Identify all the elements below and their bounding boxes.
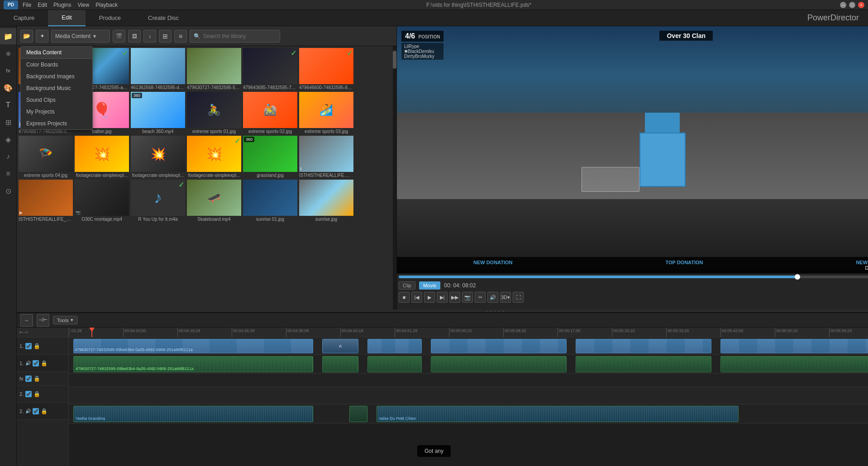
media-content-dropdown[interactable]: Media Content ▾ xyxy=(51,30,110,43)
audio-filter-button[interactable]: ♪ xyxy=(143,30,156,43)
list-item[interactable]: 360 grassland.jpg xyxy=(243,136,297,178)
play-button[interactable]: ▶ xyxy=(424,292,435,303)
list-item[interactable]: 🪂 extreme sports 04.jpg xyxy=(19,136,73,178)
tab-edit[interactable]: Edit xyxy=(48,10,85,26)
track-audio-music-1[interactable]: Yeeha Grandma xyxy=(73,406,313,422)
sidebar-icon-chapter[interactable]: ⊙ xyxy=(0,183,16,199)
sidebar-icon-paint[interactable]: 🎨 xyxy=(0,80,16,96)
track-clip[interactable]: 479630727-74832595-59be63b4-0a35-4992-b9… xyxy=(73,339,313,353)
lock-icon[interactable]: 🔒 xyxy=(33,343,40,349)
sidebar-icon-text[interactable]: T xyxy=(0,97,16,113)
track-audio-music-2[interactable]: Valse Du Petit Chien xyxy=(377,406,739,422)
track-audio-clip[interactable]: 479630727-74832595-59be63b4-0a35-4992-b9… xyxy=(73,356,313,372)
dropdown-item-background-music[interactable]: Background Music xyxy=(21,82,92,94)
audio-button[interactable]: 🔊 xyxy=(487,292,498,303)
list-item[interactable]: ✓ 479643685-74832595-7d... xyxy=(243,48,297,90)
image-filter-button[interactable]: 🖼 xyxy=(128,30,141,43)
track-fx-visibility[interactable] xyxy=(25,376,32,382)
sidebar-icon-plugin[interactable]: ⊕ xyxy=(0,45,16,62)
lock-icon[interactable]: 🔒 xyxy=(41,360,48,366)
list-item[interactable]: 🏄 extreme sports 03.jpg xyxy=(299,92,353,134)
sidebar-icon-chroma[interactable]: ◈ xyxy=(0,131,16,147)
list-view-button[interactable]: ≡ xyxy=(174,30,187,43)
list-item[interactable]: ℹ ISTHISTHEREALLIFE.mp4 xyxy=(299,136,353,178)
list-item[interactable]: 461362568-74832595-d9... xyxy=(131,48,185,90)
track-audio-clip-2[interactable] xyxy=(322,356,358,372)
list-item[interactable]: sunrise.jpg xyxy=(299,180,353,222)
menu-edit[interactable]: Edit xyxy=(38,2,47,8)
track-audio-clip-4[interactable] xyxy=(431,356,567,372)
sidebar-icon-folder[interactable]: 📁 xyxy=(0,28,16,44)
playhead[interactable] xyxy=(91,328,92,337)
track-audio-clip-3[interactable] xyxy=(367,356,422,372)
track-clip-5[interactable] xyxy=(720,339,868,353)
sidebar-icon-audio[interactable]: ♪ xyxy=(0,148,16,165)
track-audio-clip-6[interactable] xyxy=(720,356,868,372)
list-item[interactable]: ▶ ISTHISTHEREALLIFE_0.m... xyxy=(19,180,73,222)
menu-view[interactable]: View xyxy=(77,2,89,8)
list-item[interactable]: ✓ 479646600-74832595-88... xyxy=(299,48,353,90)
tab-produce[interactable]: Produce xyxy=(86,10,134,26)
dropdown-item-my-projects[interactable]: My Projects xyxy=(21,106,92,118)
3d-button[interactable]: 3D▾ xyxy=(500,292,511,303)
fullscreen-button[interactable]: ⛶ xyxy=(513,292,524,303)
dropdown-item-background-images[interactable]: Background Images xyxy=(21,71,92,82)
menu-plugins[interactable]: Plugins xyxy=(53,2,71,8)
tab-capture[interactable]: Capture xyxy=(0,10,48,26)
progress-thumb[interactable] xyxy=(795,274,800,280)
dropdown-item-color-boards[interactable]: Color Boards xyxy=(21,59,92,71)
lock-icon[interactable]: 🔒 xyxy=(33,391,40,397)
frame-forward-button[interactable]: ▶| xyxy=(437,292,448,303)
list-item[interactable]: 🚵 extreme sports 02.jpg xyxy=(243,92,297,134)
list-item[interactable]: ✓ ♪ R You Up for It.m4a xyxy=(131,180,185,222)
stop-button[interactable]: ■ xyxy=(399,292,410,303)
snapshot-button[interactable]: 📷 xyxy=(462,292,473,303)
dropdown-item-sound-clips[interactable]: Sound Clips xyxy=(21,94,92,106)
lock-icon[interactable]: 🔒 xyxy=(33,376,40,382)
list-item[interactable]: ✓ 💥 footagecrate-simpleexpl... xyxy=(187,136,241,178)
track-visibility-2[interactable] xyxy=(25,391,32,397)
tools-dropdown[interactable]: Tools ▾ xyxy=(53,316,77,324)
menu-playback[interactable]: Playback xyxy=(95,2,118,8)
fast-forward-button[interactable]: ▶▶ xyxy=(449,292,460,303)
menu-file[interactable]: File xyxy=(23,2,31,8)
track-clip-2[interactable] xyxy=(367,339,422,353)
maximize-button[interactable]: □ xyxy=(849,2,855,8)
list-item[interactable]: 💥 footagecrate-simpleexpl... xyxy=(131,136,185,178)
frame-back-button[interactable]: |◀ xyxy=(411,292,422,303)
magic-tool-button[interactable]: ✦ xyxy=(36,30,48,43)
search-input[interactable] xyxy=(203,33,276,39)
video-filter-button[interactable]: 🎬 xyxy=(113,30,125,43)
track-visibility-1[interactable] xyxy=(25,343,32,349)
sidebar-icon-pip[interactable]: ⊞ xyxy=(0,114,16,130)
lock-icon[interactable]: 🔒 xyxy=(41,408,48,414)
list-item[interactable]: 360 beach 360.mp4 xyxy=(131,92,185,134)
grid-view-button[interactable]: ⊞ xyxy=(159,30,172,43)
list-item[interactable]: 479630727-74832595-59... xyxy=(187,48,241,90)
sidebar-icon-subtitle[interactable]: ≡ xyxy=(0,166,16,182)
track-clip-transition[interactable]: A xyxy=(322,339,358,353)
list-item[interactable]: 📷 O30C montage.mp4 xyxy=(75,180,129,222)
list-item[interactable]: sunrise 01.jpg xyxy=(243,180,297,222)
close-button[interactable]: × xyxy=(858,2,864,8)
timeline-snap-btn[interactable]: ⊣⊢ xyxy=(37,314,49,327)
preview-progress-bar[interactable] xyxy=(399,276,868,278)
clip-button[interactable]: Clip xyxy=(399,281,415,290)
movie-button[interactable]: Movie xyxy=(419,281,440,290)
track-audio-visibility-1[interactable] xyxy=(33,360,39,366)
track-audio-visibility-2[interactable] xyxy=(33,408,39,414)
track-clip-3[interactable] xyxy=(431,339,567,353)
track-clip-4[interactable] xyxy=(576,339,711,353)
trim-button[interactable]: ✂ xyxy=(475,292,486,303)
zoom-control[interactable]: ⊢⊣ xyxy=(19,330,28,335)
timeline-tool-btn[interactable]: ↔ xyxy=(20,314,33,327)
list-item[interactable]: 🛹 Skateboard.mp4 xyxy=(187,180,241,222)
track-audio-clip-5[interactable] xyxy=(576,356,711,372)
list-item[interactable]: 💥 footagecrate-simpleexpl... xyxy=(75,136,129,178)
list-item[interactable]: 🚴 extreme sports 01.jpg xyxy=(187,92,241,134)
vertical-scrollbar[interactable] xyxy=(393,46,396,309)
minimize-button[interactable]: – xyxy=(840,2,846,8)
dropdown-item-express-projects[interactable]: Express Projects xyxy=(21,118,92,129)
sidebar-icon-fx[interactable]: fx xyxy=(0,62,16,79)
open-folder-button[interactable]: 📂 xyxy=(20,30,33,43)
